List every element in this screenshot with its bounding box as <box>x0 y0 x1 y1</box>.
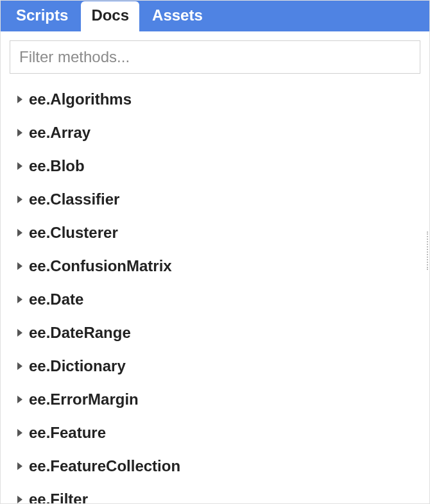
chevron-right-icon <box>17 296 22 303</box>
chevron-right-icon <box>17 396 22 403</box>
tree-item[interactable]: ee.Clusterer <box>1 216 429 249</box>
chevron-right-icon <box>17 129 22 137</box>
tree-item[interactable]: ee.ErrorMargin <box>1 383 429 416</box>
tab-assets[interactable]: Assets <box>142 1 213 31</box>
tree-item[interactable]: ee.ConfusionMatrix <box>1 249 429 283</box>
tree-item-label: ee.FeatureCollection <box>29 455 180 478</box>
tree-item[interactable]: ee.Blob <box>1 149 429 183</box>
filter-methods-input[interactable] <box>10 40 420 74</box>
chevron-right-icon <box>17 196 22 203</box>
chevron-right-icon <box>17 496 22 503</box>
tree-item[interactable]: ee.Feature <box>1 416 429 449</box>
chevron-right-icon <box>17 362 22 370</box>
chevron-right-icon <box>17 462 22 470</box>
tab-label: Scripts <box>16 6 68 24</box>
tree-item-label: ee.Classifier <box>29 188 119 211</box>
chevron-right-icon <box>17 329 22 337</box>
tree-item-label: ee.Algorithms <box>29 88 132 111</box>
chevron-right-icon <box>17 429 22 437</box>
tree-item-label: ee.Feature <box>29 421 106 444</box>
tree-item[interactable]: ee.FeatureCollection <box>1 449 429 483</box>
tree-item-label: ee.Date <box>29 288 83 311</box>
tree-item-label: ee.Filter <box>29 488 88 503</box>
tab-label: Assets <box>152 6 203 24</box>
tab-docs[interactable]: Docs <box>81 1 139 31</box>
tree-item[interactable]: ee.Algorithms <box>1 83 429 116</box>
tab-scripts[interactable]: Scripts <box>6 1 78 31</box>
filter-container <box>1 31 429 80</box>
tree-item-label: ee.Clusterer <box>29 221 118 244</box>
tab-bar: Scripts Docs Assets <box>1 1 429 31</box>
tree-item[interactable]: ee.Date <box>1 283 429 316</box>
tree-item[interactable]: ee.Filter <box>1 483 429 503</box>
tab-label: Docs <box>91 6 129 24</box>
method-tree[interactable]: ee.Algorithms ee.Array ee.Blob ee.Classi… <box>1 80 429 503</box>
chevron-right-icon <box>17 229 22 237</box>
chevron-right-icon <box>17 96 22 103</box>
tree-item-label: ee.ConfusionMatrix <box>29 255 172 278</box>
scrollbar-thumb[interactable] <box>427 231 429 270</box>
tree-item-label: ee.Dictionary <box>29 355 126 378</box>
tree-item-label: ee.ErrorMargin <box>29 388 139 411</box>
tree-item[interactable]: ee.Classifier <box>1 183 429 216</box>
tree-item-label: ee.DateRange <box>29 321 131 344</box>
chevron-right-icon <box>17 262 22 270</box>
tree-item-label: ee.Blob <box>29 155 85 178</box>
docs-panel: Scripts Docs Assets ee.Algorithms ee.Arr… <box>0 0 430 504</box>
chevron-right-icon <box>17 162 22 170</box>
tree-item[interactable]: ee.DateRange <box>1 316 429 349</box>
tree-item[interactable]: ee.Dictionary <box>1 349 429 383</box>
tree-item-label: ee.Array <box>29 121 90 144</box>
tree-item[interactable]: ee.Array <box>1 116 429 149</box>
